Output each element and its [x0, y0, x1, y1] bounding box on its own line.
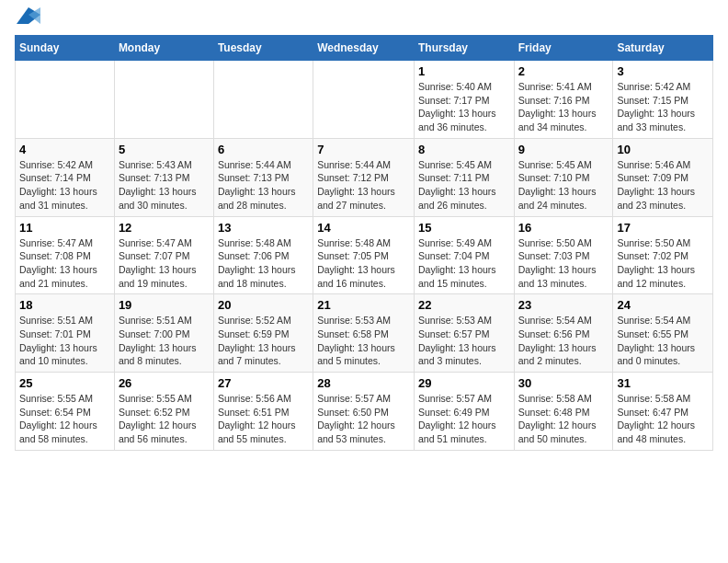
calendar-cell: 10Sunrise: 5:46 AM Sunset: 7:09 PM Dayli…	[613, 138, 713, 216]
calendar-cell: 31Sunrise: 5:58 AM Sunset: 6:47 PM Dayli…	[613, 373, 713, 451]
cell-details: Sunrise: 5:52 AM Sunset: 6:59 PM Dayligh…	[218, 314, 309, 368]
calendar-cell: 20Sunrise: 5:52 AM Sunset: 6:59 PM Dayli…	[213, 294, 313, 373]
calendar-cell: 25Sunrise: 5:55 AM Sunset: 6:54 PM Dayli…	[16, 373, 115, 451]
header-day: Monday	[114, 36, 213, 61]
cell-details: Sunrise: 5:40 AM Sunset: 7:17 PM Dayligh…	[418, 80, 510, 134]
day-number: 5	[119, 143, 210, 156]
cell-details: Sunrise: 5:50 AM Sunset: 7:03 PM Dayligh…	[518, 236, 609, 291]
calendar-cell: 6Sunrise: 5:44 AM Sunset: 7:13 PM Daylig…	[213, 138, 313, 216]
cell-details: Sunrise: 5:41 AM Sunset: 7:16 PM Dayligh…	[518, 80, 609, 134]
calendar-cell: 12Sunrise: 5:47 AM Sunset: 7:07 PM Dayli…	[114, 216, 213, 294]
calendar-cell	[16, 61, 115, 139]
cell-details: Sunrise: 5:58 AM Sunset: 6:47 PM Dayligh…	[617, 392, 709, 446]
calendar-cell: 26Sunrise: 5:55 AM Sunset: 6:52 PM Dayli…	[114, 373, 213, 451]
header-day: Thursday	[414, 36, 514, 61]
day-number: 29	[418, 376, 510, 390]
cell-details: Sunrise: 5:51 AM Sunset: 7:01 PM Dayligh…	[19, 314, 110, 368]
cell-details: Sunrise: 5:53 AM Sunset: 6:57 PM Dayligh…	[418, 314, 510, 368]
calendar-week-row: 18Sunrise: 5:51 AM Sunset: 7:01 PM Dayli…	[16, 294, 713, 373]
header	[15, 15, 713, 24]
cell-details: Sunrise: 5:53 AM Sunset: 6:58 PM Dayligh…	[317, 314, 410, 368]
cell-details: Sunrise: 5:55 AM Sunset: 6:52 PM Dayligh…	[119, 392, 210, 446]
day-number: 9	[518, 143, 609, 156]
calendar-cell: 13Sunrise: 5:48 AM Sunset: 7:06 PM Dayli…	[213, 216, 313, 294]
cell-details: Sunrise: 5:51 AM Sunset: 7:00 PM Dayligh…	[119, 314, 210, 368]
calendar-cell: 21Sunrise: 5:53 AM Sunset: 6:58 PM Dayli…	[313, 294, 415, 373]
calendar-cell: 4Sunrise: 5:42 AM Sunset: 7:14 PM Daylig…	[16, 138, 115, 216]
cell-details: Sunrise: 5:47 AM Sunset: 7:08 PM Dayligh…	[19, 236, 110, 291]
cell-details: Sunrise: 5:48 AM Sunset: 7:06 PM Dayligh…	[218, 236, 309, 291]
day-number: 20	[218, 298, 309, 312]
day-number: 19	[119, 298, 210, 312]
cell-details: Sunrise: 5:57 AM Sunset: 6:50 PM Dayligh…	[317, 392, 410, 446]
cell-details: Sunrise: 5:54 AM Sunset: 6:56 PM Dayligh…	[518, 314, 609, 368]
calendar-week-row: 11Sunrise: 5:47 AM Sunset: 7:08 PM Dayli…	[16, 216, 713, 294]
day-number: 27	[218, 376, 309, 390]
day-number: 23	[518, 298, 609, 312]
day-number: 30	[518, 376, 609, 390]
header-day: Saturday	[613, 36, 713, 61]
calendar-cell: 23Sunrise: 5:54 AM Sunset: 6:56 PM Dayli…	[514, 294, 613, 373]
day-number: 24	[617, 298, 709, 312]
day-number: 14	[317, 221, 410, 235]
cell-details: Sunrise: 5:43 AM Sunset: 7:13 PM Dayligh…	[119, 158, 210, 213]
cell-details: Sunrise: 5:50 AM Sunset: 7:02 PM Dayligh…	[617, 236, 709, 291]
header-day: Friday	[514, 36, 613, 61]
cell-details: Sunrise: 5:44 AM Sunset: 7:13 PM Dayligh…	[218, 158, 309, 213]
day-number: 25	[19, 376, 110, 390]
day-number: 10	[617, 143, 709, 156]
cell-details: Sunrise: 5:56 AM Sunset: 6:51 PM Dayligh…	[218, 392, 309, 446]
calendar-cell	[213, 61, 313, 139]
calendar-cell: 19Sunrise: 5:51 AM Sunset: 7:00 PM Dayli…	[114, 294, 213, 373]
calendar-week-row: 25Sunrise: 5:55 AM Sunset: 6:54 PM Dayli…	[16, 373, 713, 451]
day-number: 16	[518, 221, 609, 235]
calendar-cell: 18Sunrise: 5:51 AM Sunset: 7:01 PM Dayli…	[16, 294, 115, 373]
day-number: 6	[218, 143, 309, 156]
day-number: 7	[317, 143, 410, 156]
header-day: Tuesday	[213, 36, 313, 61]
cell-details: Sunrise: 5:44 AM Sunset: 7:12 PM Dayligh…	[317, 158, 410, 213]
header-day: Sunday	[16, 36, 115, 61]
calendar-cell: 29Sunrise: 5:57 AM Sunset: 6:49 PM Dayli…	[414, 373, 514, 451]
cell-details: Sunrise: 5:47 AM Sunset: 7:07 PM Dayligh…	[119, 236, 210, 291]
day-number: 8	[418, 143, 510, 156]
calendar-cell: 15Sunrise: 5:49 AM Sunset: 7:04 PM Dayli…	[414, 216, 514, 294]
calendar-cell: 24Sunrise: 5:54 AM Sunset: 6:55 PM Dayli…	[613, 294, 713, 373]
day-number: 13	[218, 221, 309, 235]
calendar-cell: 5Sunrise: 5:43 AM Sunset: 7:13 PM Daylig…	[114, 138, 213, 216]
calendar-cell	[114, 61, 213, 139]
calendar-cell: 22Sunrise: 5:53 AM Sunset: 6:57 PM Dayli…	[414, 294, 514, 373]
cell-details: Sunrise: 5:45 AM Sunset: 7:11 PM Dayligh…	[418, 158, 510, 213]
day-number: 3	[617, 64, 709, 78]
day-number: 15	[418, 221, 510, 235]
calendar-cell: 2Sunrise: 5:41 AM Sunset: 7:16 PM Daylig…	[514, 61, 613, 139]
day-number: 12	[119, 221, 210, 235]
cell-details: Sunrise: 5:45 AM Sunset: 7:10 PM Dayligh…	[518, 158, 609, 213]
calendar-cell: 14Sunrise: 5:48 AM Sunset: 7:05 PM Dayli…	[313, 216, 415, 294]
logo	[15, 15, 40, 24]
logo-icon	[17, 7, 40, 24]
cell-details: Sunrise: 5:42 AM Sunset: 7:14 PM Dayligh…	[19, 158, 110, 213]
calendar-cell: 11Sunrise: 5:47 AM Sunset: 7:08 PM Dayli…	[16, 216, 115, 294]
calendar-cell: 1Sunrise: 5:40 AM Sunset: 7:17 PM Daylig…	[414, 61, 514, 139]
calendar-cell: 8Sunrise: 5:45 AM Sunset: 7:11 PM Daylig…	[414, 138, 514, 216]
day-number: 22	[418, 298, 510, 312]
cell-details: Sunrise: 5:49 AM Sunset: 7:04 PM Dayligh…	[418, 236, 510, 291]
day-number: 26	[119, 376, 210, 390]
calendar-cell: 7Sunrise: 5:44 AM Sunset: 7:12 PM Daylig…	[313, 138, 415, 216]
calendar-week-row: 4Sunrise: 5:42 AM Sunset: 7:14 PM Daylig…	[16, 138, 713, 216]
header-row: SundayMondayTuesdayWednesdayThursdayFrid…	[16, 36, 713, 61]
day-number: 31	[617, 376, 709, 390]
calendar-table: SundayMondayTuesdayWednesdayThursdayFrid…	[15, 35, 713, 451]
cell-details: Sunrise: 5:54 AM Sunset: 6:55 PM Dayligh…	[617, 314, 709, 368]
calendar-cell: 27Sunrise: 5:56 AM Sunset: 6:51 PM Dayli…	[213, 373, 313, 451]
cell-details: Sunrise: 5:55 AM Sunset: 6:54 PM Dayligh…	[19, 392, 110, 446]
calendar-cell: 16Sunrise: 5:50 AM Sunset: 7:03 PM Dayli…	[514, 216, 613, 294]
day-number: 11	[19, 221, 110, 235]
day-number: 17	[617, 221, 709, 235]
day-number: 21	[317, 298, 410, 312]
calendar-cell: 30Sunrise: 5:58 AM Sunset: 6:48 PM Dayli…	[514, 373, 613, 451]
day-number: 28	[317, 376, 410, 390]
cell-details: Sunrise: 5:46 AM Sunset: 7:09 PM Dayligh…	[617, 158, 709, 213]
calendar-cell: 28Sunrise: 5:57 AM Sunset: 6:50 PM Dayli…	[313, 373, 415, 451]
